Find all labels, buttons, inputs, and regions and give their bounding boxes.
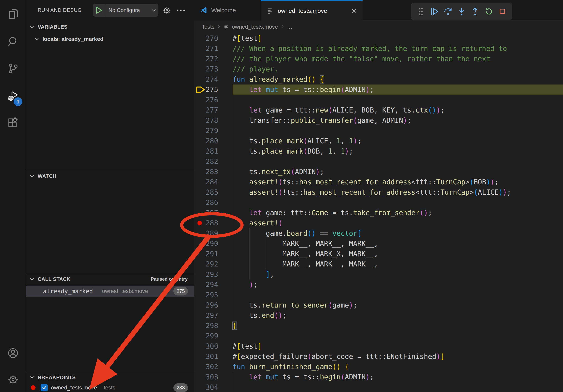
variables-scope-locals[interactable]: locals: already_marked [26,34,194,44]
breadcrumb-item-symbol[interactable]: … [287,24,293,30]
code-line-text[interactable]: assert!(ts::has_most_recent_for_address<… [232,177,563,187]
code-line-text[interactable]: let game: ttt::Game = ts.take_from_sende… [232,208,563,218]
code-line-text[interactable] [232,197,563,208]
gutter-line-293[interactable]: 293 [194,269,232,279]
gutter-line-296[interactable]: 296 [194,300,232,310]
gutter-line-286[interactable]: 286 [194,197,232,208]
gutter-line-297[interactable]: 297 [194,310,232,321]
breadcrumb-item-tests[interactable]: tests [203,24,214,30]
code-line-text[interactable]: let mut ts = ts::begin(ADMIN); [232,84,563,95]
code-line-text[interactable]: ts.next_tx(ADMIN); [232,167,563,177]
source-control-icon[interactable] [0,57,26,80]
code-line-text[interactable]: MARK__, MARK__, MARK__, [232,238,563,249]
gutter-line-276[interactable]: 276 [194,95,232,105]
gutter-line-275[interactable]: 275 [194,84,232,95]
code-line-text[interactable]: fun already_marked() { [232,74,563,84]
code-line-text[interactable]: /// the player who made the "false" move… [232,54,563,64]
gutter-line-282[interactable]: 282 [194,156,232,167]
code-line-text[interactable] [232,156,563,167]
run-and-debug-icon[interactable]: 1 [0,84,26,108]
gutter-line-284[interactable]: 284 [194,177,232,187]
code-line-text[interactable]: #[test] [232,341,563,351]
gutter-line-285[interactable]: 285 [194,187,232,197]
account-icon[interactable] [0,341,26,365]
extensions-icon[interactable] [0,112,26,135]
code-line-text[interactable]: game.board() == vector[ [232,228,563,238]
code-line-text[interactable]: ts.return_to_sender(game); [232,300,563,310]
close-icon[interactable] [350,7,358,15]
code-line-text[interactable]: /// player. [232,64,563,74]
code-line-text[interactable]: ); [232,279,563,290]
gutter-line-299[interactable]: 299 [194,331,232,341]
call-stack-frame[interactable]: already_marked owned_tests.move 275 [26,286,194,297]
settings-gear-icon[interactable] [0,368,26,392]
tab-owned-tests-move[interactable]: owned_tests.move [261,0,363,21]
drag-handle-icon[interactable] [414,5,427,18]
gutter-line-292[interactable]: 292 [194,259,232,269]
step-out-button[interactable] [469,5,482,18]
code-line-text[interactable]: ts.place_mark(ALICE, 1, 1); [232,136,563,146]
chevron-down-icon[interactable] [149,8,158,13]
gutter-line-273[interactable]: 273 [194,64,232,74]
gutter-line-280[interactable]: 280 [194,136,232,146]
code-line-text[interactable]: assert!(!ts::has_most_recent_for_address… [232,187,563,197]
gutter-line-291[interactable]: 291 [194,249,232,259]
code-line-text[interactable]: /// When a position is already marked, t… [232,43,563,54]
gutter-line-298[interactable]: 298 [194,321,232,331]
breakpoint-list-item[interactable]: owned_tests.move tests 288 [26,382,194,392]
gutter-line-290[interactable]: 290 [194,238,232,249]
gutter-line-302[interactable]: 302 [194,362,232,372]
start-debugging-button[interactable] [93,4,105,17]
breadcrumb-item-file[interactable]: owned_tests.move [232,24,278,30]
code-line-text[interactable]: MARK__, MARK__, MARK__, [232,259,563,269]
code-editor[interactable]: 270#[test]271/// When a position is alre… [194,33,563,392]
code-line-text[interactable]: transfer::public_transfer(game, ADMIN); [232,115,563,126]
code-line-text[interactable]: let game = ttt::new(ALICE, BOB, KEY, ts.… [232,105,563,115]
gutter-line-271[interactable]: 271 [194,43,232,54]
gutter-line-294[interactable]: 294 [194,279,232,290]
step-over-button[interactable] [442,5,454,18]
code-line-text[interactable]: ts.place_mark(BOB, 1, 1); [232,146,563,156]
search-icon[interactable] [0,30,26,53]
gutter-line-277[interactable]: 277 [194,105,232,115]
code-line-text[interactable]: let mut ts = ts::begin(ADMIN); [232,372,563,382]
call-stack-section-header[interactable]: CALL STACK Paused on entry [26,274,194,284]
code-line-text[interactable] [232,126,563,136]
code-line-text[interactable]: fun burn_unfinished_game() { [232,362,563,372]
breakpoint-dot-icon[interactable] [197,221,202,225]
code-line-text[interactable]: MARK__, MARK_X, MARK__, [232,249,563,259]
breakpoint-enabled-checkbox[interactable] [41,384,48,391]
gutter-line-272[interactable]: 272 [194,54,232,64]
gutter-line-278[interactable]: 278 [194,115,232,126]
stop-button[interactable] [496,5,509,18]
gutter-line-301[interactable]: 301 [194,351,232,362]
code-line-text[interactable] [232,95,563,105]
code-line-text[interactable]: #[test] [232,33,563,43]
explorer-icon[interactable] [0,2,26,26]
gutter-line-304[interactable]: 304 [194,382,232,392]
code-line-text[interactable]: #[expected_failure(abort_code = ttt::ENo… [232,351,563,362]
gutter-line-300[interactable]: 300 [194,341,232,351]
gutter-line-288[interactable]: 288 [194,218,232,228]
gutter-line-303[interactable]: 303 [194,372,232,382]
restart-button[interactable] [483,5,495,18]
code-line-text[interactable] [232,331,563,341]
watch-section-header[interactable]: WATCH [26,171,194,181]
gutter-line-279[interactable]: 279 [194,126,232,136]
code-line-text[interactable] [232,382,563,392]
gutter-line-287[interactable]: 287 [194,208,232,218]
gutter-line-270[interactable]: 270 [194,33,232,43]
code-line-text[interactable]: assert!( [232,218,563,228]
code-line-text[interactable]: ts.end(); [232,310,563,321]
breakpoints-section-header[interactable]: BREAKPOINTS [26,372,194,382]
gutter-line-289[interactable]: 289 [194,228,232,238]
gutter-line-274[interactable]: 274 [194,74,232,84]
code-line-text[interactable] [232,290,563,300]
variables-section-header[interactable]: VARIABLES [26,22,194,32]
gutter-line-281[interactable]: 281 [194,146,232,156]
tab-welcome[interactable]: Welcome [194,0,261,21]
configuration-dropdown-label[interactable]: No Configura [105,7,149,13]
step-into-button[interactable] [455,5,468,18]
code-line-text[interactable]: } [232,321,563,331]
debug-settings-gear-icon[interactable] [162,6,172,15]
